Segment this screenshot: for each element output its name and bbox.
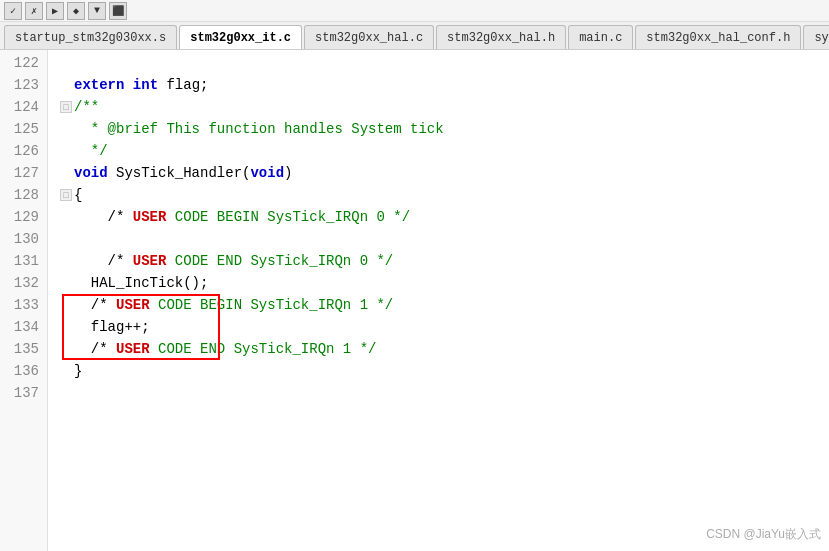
line-number-127: 127: [8, 162, 39, 184]
toolbar-btn-4[interactable]: ◆: [67, 2, 85, 20]
code-line-135: /* USER CODE END SysTick_IRQn 1 */: [60, 338, 829, 360]
code-line-126: */: [60, 140, 829, 162]
code-line-129: /* USER CODE BEGIN SysTick_IRQn 0 */: [60, 206, 829, 228]
tab-4[interactable]: main.c: [568, 25, 633, 49]
tab-0[interactable]: startup_stm32g030xx.s: [4, 25, 177, 49]
line-number-129: 129: [8, 206, 39, 228]
line-number-122: 122: [8, 52, 39, 74]
code-text-125: * @brief This function handles System ti…: [74, 118, 444, 140]
toolbar-btn-5[interactable]: ▼: [88, 2, 106, 20]
code-text-133: /* USER CODE BEGIN SysTick_IRQn 1 */: [74, 294, 393, 316]
tab-bar: startup_stm32g030xx.sstm32g0xx_it.cstm32…: [0, 22, 829, 50]
code-line-122: [60, 52, 829, 74]
code-content: extern int flag;□/** * @brief This funct…: [48, 50, 829, 551]
tab-2[interactable]: stm32g0xx_hal.c: [304, 25, 434, 49]
tab-6[interactable]: sys: [803, 25, 829, 49]
code-line-128: □{: [60, 184, 829, 206]
code-text-135: /* USER CODE END SysTick_IRQn 1 */: [74, 338, 376, 360]
line-number-124: 124: [8, 96, 39, 118]
fold-icon-124[interactable]: □: [60, 101, 72, 113]
code-text-134: flag++;: [74, 316, 150, 338]
code-text-131: /* USER CODE END SysTick_IRQn 0 */: [74, 250, 393, 272]
line-number-131: 131: [8, 250, 39, 272]
code-line-134: flag++;: [60, 316, 829, 338]
line-number-135: 135: [8, 338, 39, 360]
code-line-136: }: [60, 360, 829, 382]
line-number-132: 132: [8, 272, 39, 294]
toolbar-btn-3[interactable]: ▶: [46, 2, 64, 20]
code-text-123: extern int flag;: [74, 74, 208, 96]
line-number-128: 128: [8, 184, 39, 206]
code-text-127: void SysTick_Handler(void): [74, 162, 292, 184]
code-line-127: void SysTick_Handler(void): [60, 162, 829, 184]
line-number-134: 134: [8, 316, 39, 338]
code-line-123: extern int flag;: [60, 74, 829, 96]
line-number-137: 137: [8, 382, 39, 404]
toolbar-btn-2[interactable]: ✗: [25, 2, 43, 20]
line-number-130: 130: [8, 228, 39, 250]
line-number-126: 126: [8, 140, 39, 162]
line-numbers: 1221231241251261271281291301311321331341…: [0, 50, 48, 551]
line-number-136: 136: [8, 360, 39, 382]
code-line-125: * @brief This function handles System ti…: [60, 118, 829, 140]
watermark: CSDN @JiaYu嵌入式: [706, 526, 821, 543]
line-number-133: 133: [8, 294, 39, 316]
code-text-132: HAL_IncTick();: [74, 272, 208, 294]
line-number-125: 125: [8, 118, 39, 140]
line-number-123: 123: [8, 74, 39, 96]
code-line-132: HAL_IncTick();: [60, 272, 829, 294]
code-line-130: [60, 228, 829, 250]
code-line-131: /* USER CODE END SysTick_IRQn 0 */: [60, 250, 829, 272]
tab-3[interactable]: stm32g0xx_hal.h: [436, 25, 566, 49]
code-text-128: {: [74, 184, 82, 206]
code-text-124: /**: [74, 96, 99, 118]
code-line-137: [60, 382, 829, 404]
fold-icon-128[interactable]: □: [60, 189, 72, 201]
toolbar-btn-1[interactable]: ✓: [4, 2, 22, 20]
tab-1[interactable]: stm32g0xx_it.c: [179, 25, 302, 49]
code-text-126: */: [74, 140, 108, 162]
toolbar-btn-6[interactable]: ⬛: [109, 2, 127, 20]
toolbar: ✓ ✗ ▶ ◆ ▼ ⬛: [0, 0, 829, 22]
editor: 1221231241251261271281291301311321331341…: [0, 50, 829, 551]
code-text-129: /* USER CODE BEGIN SysTick_IRQn 0 */: [74, 206, 410, 228]
code-line-124: □/**: [60, 96, 829, 118]
code-text-136: }: [74, 360, 82, 382]
tab-5[interactable]: stm32g0xx_hal_conf.h: [635, 25, 801, 49]
code-line-133: /* USER CODE BEGIN SysTick_IRQn 1 */: [60, 294, 829, 316]
